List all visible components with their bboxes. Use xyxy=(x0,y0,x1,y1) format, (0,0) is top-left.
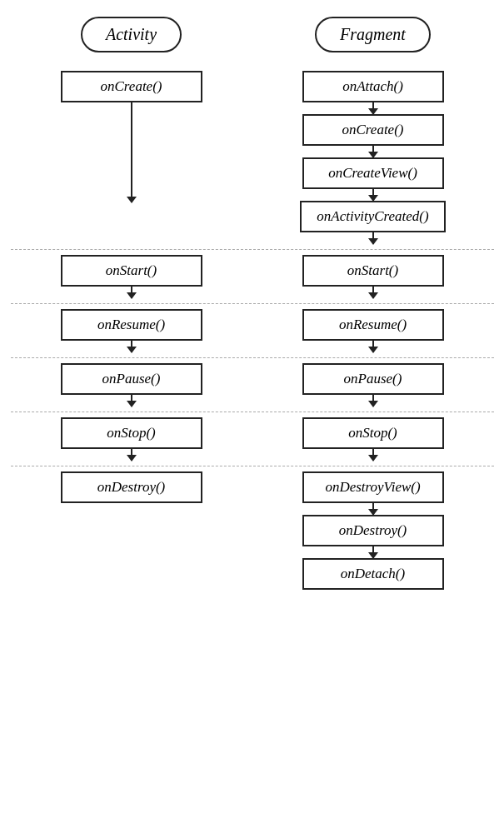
divider-1 xyxy=(11,249,494,250)
activity-title: Activity xyxy=(81,17,182,52)
divider-3 xyxy=(11,357,494,358)
activity-onresume: onResume() xyxy=(61,309,202,341)
divider-2 xyxy=(11,303,494,304)
activity-oncreate: onCreate() xyxy=(61,71,202,102)
activity-onpause: onPause() xyxy=(61,363,202,395)
fragment-onactivitycreated: onActivityCreated() xyxy=(300,201,445,232)
fragment-oncreateview: onCreateView() xyxy=(302,157,444,189)
fragment-onstart: onStart() xyxy=(302,255,444,287)
fragment-ondetach: onDetach() xyxy=(302,558,444,590)
fragment-onresume: onResume() xyxy=(302,309,444,341)
fragment-onstop: onStop() xyxy=(302,417,444,449)
divider-5 xyxy=(11,466,494,466)
activity-onstop: onStop() xyxy=(61,417,202,449)
fragment-title: Fragment xyxy=(315,17,431,52)
fragment-ondestroyview: onDestroyView() xyxy=(302,471,444,503)
divider-4 xyxy=(11,412,494,412)
fragment-ondestroy: onDestroy() xyxy=(302,515,444,546)
activity-onstart: onStart() xyxy=(61,255,202,287)
fragment-onpause: onPause() xyxy=(302,363,444,395)
fragment-onattach: onAttach() xyxy=(302,71,444,102)
activity-ondestroy: onDestroy() xyxy=(61,471,202,503)
fragment-oncreate: onCreate() xyxy=(302,114,444,146)
